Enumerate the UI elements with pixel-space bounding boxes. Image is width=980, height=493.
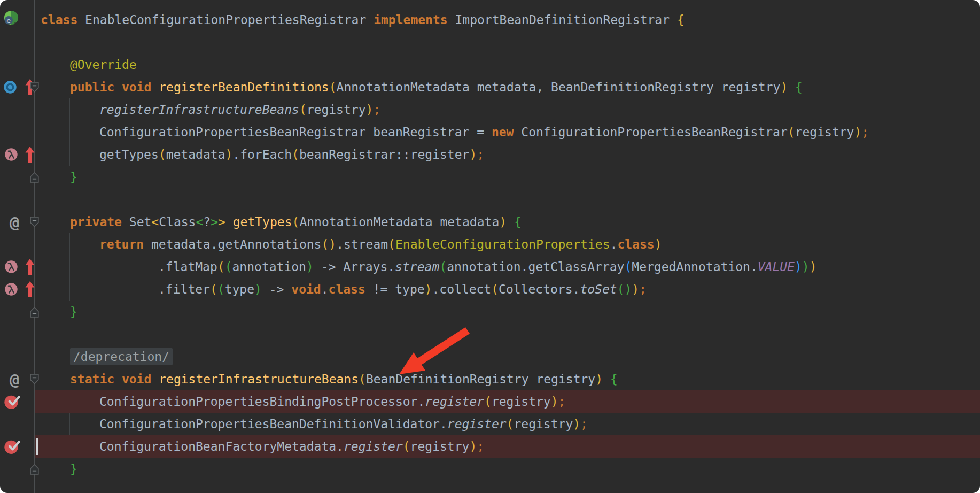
fold-marker-end-icon[interactable] bbox=[29, 172, 40, 183]
code-line[interactable]: class EnableConfigurationPropertiesRegis… bbox=[35, 9, 980, 31]
code-line[interactable]: @Override bbox=[35, 53, 980, 76]
code-token: @Override bbox=[70, 58, 137, 72]
code-token: ( bbox=[439, 260, 447, 274]
code-token: AnnotationMetadata metadata bbox=[299, 215, 499, 229]
code-line[interactable]: registerInfrastructureBeans(registry); bbox=[35, 98, 980, 121]
code-token: ; bbox=[580, 417, 588, 431]
lambda-icon[interactable] bbox=[4, 148, 18, 161]
lambda-icon[interactable] bbox=[4, 260, 18, 274]
code-token: type bbox=[225, 282, 254, 296]
code-token: { bbox=[795, 80, 803, 94]
code-token: register bbox=[447, 417, 507, 431]
code-token: ( bbox=[388, 237, 395, 251]
code-line[interactable]: ConfigurationPropertiesBeanRegistrar bea… bbox=[35, 121, 980, 143]
code-token: EnableConfigurationProperties bbox=[395, 237, 610, 251]
code-token: ; bbox=[558, 395, 566, 409]
code-line[interactable]: ConfigurationBeanFactoryMetadata.registe… bbox=[35, 435, 980, 458]
code-token: registry bbox=[514, 417, 573, 431]
code-token: ( bbox=[507, 417, 514, 431]
code-token: () bbox=[321, 237, 336, 251]
code-token: getTypes bbox=[99, 148, 159, 161]
code-line[interactable]: ConfigurationPropertiesBeanDefinitionVal… bbox=[35, 413, 980, 435]
code-token: != type bbox=[365, 282, 425, 296]
annotation-at-icon[interactable]: @ bbox=[6, 213, 22, 231]
fold-marker-end-icon[interactable] bbox=[29, 306, 40, 318]
code-token: . bbox=[610, 237, 618, 251]
code-token: new bbox=[492, 125, 514, 139]
code-token: ConfigurationBeanFactoryMetadata. bbox=[99, 440, 344, 453]
code-line[interactable]: } bbox=[35, 301, 980, 323]
code-line[interactable]: .filter((type) -> void.class != type).co… bbox=[35, 278, 980, 301]
code-token: ? bbox=[203, 215, 211, 229]
code-token: ) bbox=[854, 125, 861, 139]
breakpoint-verified-icon[interactable] bbox=[4, 393, 21, 410]
code-token: ) bbox=[551, 395, 558, 409]
code-token: ; bbox=[861, 125, 869, 139]
fold-marker-start-icon[interactable] bbox=[29, 374, 40, 385]
code-token: -> Arrays. bbox=[314, 260, 395, 274]
code-line[interactable]: ConfigurationPropertiesBindingPostProces… bbox=[35, 390, 980, 413]
code-token: ( bbox=[292, 215, 300, 229]
override-method-icon[interactable] bbox=[3, 80, 17, 94]
breakpoint-verified-icon[interactable] bbox=[4, 438, 21, 455]
code-token: ImportBeanDefinitionRegistrar bbox=[448, 13, 677, 27]
code-token: AnnotationMetadata metadata, BeanDefinit… bbox=[337, 80, 781, 94]
code-token: registry bbox=[307, 103, 366, 117]
fold-marker-start-icon[interactable] bbox=[29, 217, 40, 228]
code-token: ) bbox=[795, 260, 802, 274]
code-token: registerInfrastructureBeans bbox=[99, 103, 299, 117]
annotation-at-icon[interactable]: @ bbox=[6, 370, 22, 388]
code-line[interactable]: } bbox=[35, 166, 980, 188]
code-token: static void bbox=[70, 372, 151, 386]
code-token: registerInfrastructureBeans bbox=[159, 372, 359, 386]
code-token: ConfigurationPropertiesBeanRegistrar bea… bbox=[99, 125, 492, 139]
code-token: ConfigurationPropertiesBeanRegistrar bbox=[514, 125, 787, 139]
code-line[interactable]: static void registerInfrastructureBeans(… bbox=[35, 368, 980, 390]
code-token: ) bbox=[780, 80, 788, 94]
red-arrow-annotation bbox=[393, 325, 473, 381]
code-token: ) bbox=[573, 417, 580, 431]
code-token: ( bbox=[159, 148, 166, 161]
code-token: annotation bbox=[232, 260, 306, 274]
code-token: .flatMap bbox=[158, 260, 217, 274]
code-token: > bbox=[218, 215, 225, 229]
code-token: ; bbox=[373, 103, 380, 117]
code-token: Collectors. bbox=[499, 282, 580, 296]
code-token: stream bbox=[395, 260, 439, 274]
code-line[interactable]: .flatMap((annotation) -> Arrays.stream(a… bbox=[35, 256, 980, 278]
code-token: ( bbox=[491, 282, 499, 296]
code-token: Class bbox=[159, 215, 196, 229]
code-token: MergedAnnotation. bbox=[632, 260, 757, 274]
code-token: { bbox=[677, 13, 685, 27]
code-line[interactable]: private Set<Class<?>> getTypes(Annotatio… bbox=[35, 211, 980, 233]
lambda-icon[interactable] bbox=[4, 282, 18, 296]
code-token: ) bbox=[469, 440, 477, 453]
code-token: void bbox=[291, 282, 321, 296]
fold-marker-end-icon[interactable] bbox=[29, 464, 40, 475]
code-token: ) bbox=[306, 260, 314, 274]
ide-editor-window: e class EnableConfigurationPropertiesReg… bbox=[0, 0, 980, 493]
red-arrow-shape bbox=[399, 327, 470, 374]
code-token: .stream bbox=[336, 237, 388, 251]
code-token: ) bbox=[655, 237, 662, 251]
navigate-up-arrow-icon[interactable] bbox=[25, 281, 35, 298]
navigate-up-arrow-icon[interactable] bbox=[25, 146, 35, 163]
code-token: ( bbox=[484, 395, 492, 409]
code-line[interactable]: public void registerBeanDefinitions(Anno… bbox=[35, 76, 980, 98]
code-line[interactable]: return metadata.getAnnotations().stream(… bbox=[35, 233, 980, 256]
code-token: registry bbox=[410, 440, 470, 453]
navigate-up-arrow-icon[interactable] bbox=[25, 258, 35, 275]
fold-marker-start-icon[interactable] bbox=[29, 82, 40, 93]
code-token: ( bbox=[299, 103, 307, 117]
code-line[interactable]: /deprecation/ bbox=[35, 345, 980, 368]
class-file-icon[interactable]: e bbox=[3, 10, 19, 26]
code-token: Set bbox=[122, 215, 151, 229]
code-token: } bbox=[70, 170, 77, 184]
code-token: ) bbox=[499, 215, 507, 229]
code-line[interactable]: getTypes(metadata).forEach(beanRegistrar… bbox=[35, 143, 980, 166]
code-token: beanRegistrar::register bbox=[299, 148, 470, 161]
code-line[interactable]: } bbox=[35, 458, 980, 480]
code-token: metadata.getAnnotations bbox=[144, 237, 321, 251]
code-token: ( bbox=[225, 260, 232, 274]
code-token: < bbox=[151, 215, 159, 229]
